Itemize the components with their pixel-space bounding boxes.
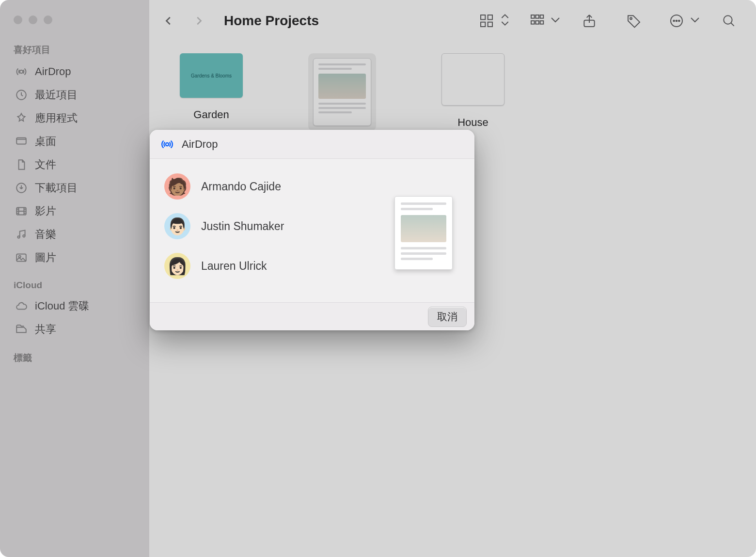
sheet-title: AirDrop bbox=[182, 138, 218, 151]
avatar: 👩🏻 bbox=[164, 253, 190, 279]
avatar: 🧑🏽 bbox=[164, 173, 190, 200]
airdrop-sheet: AirDrop 🧑🏽 Armando Cajide 👨🏻 Justin Shum… bbox=[150, 130, 474, 330]
airdrop-icon bbox=[159, 137, 175, 152]
share-preview bbox=[382, 169, 465, 297]
contact-name: Justin Shumaker bbox=[201, 220, 284, 233]
contact-name: Armando Cajide bbox=[201, 180, 281, 193]
sheet-footer: 取消 bbox=[150, 302, 474, 330]
avatar: 👨🏻 bbox=[164, 213, 190, 239]
sheet-body: 🧑🏽 Armando Cajide 👨🏻 Justin Shumaker 👩🏻 … bbox=[150, 159, 474, 302]
svg-point-26 bbox=[166, 142, 169, 145]
finder-window: 喜好項目 AirDrop 最近項目 應用程式 bbox=[0, 0, 756, 557]
airdrop-contacts-list: 🧑🏽 Armando Cajide 👨🏻 Justin Shumaker 👩🏻 … bbox=[164, 169, 382, 297]
sheet-header: AirDrop bbox=[150, 130, 474, 159]
cancel-button[interactable]: 取消 bbox=[428, 307, 467, 327]
contact-name: Lauren Ulrick bbox=[201, 260, 267, 273]
airdrop-contact[interactable]: 🧑🏽 Armando Cajide bbox=[164, 173, 382, 200]
airdrop-contact[interactable]: 👩🏻 Lauren Ulrick bbox=[164, 253, 382, 279]
airdrop-contact[interactable]: 👨🏻 Justin Shumaker bbox=[164, 213, 382, 239]
preview-thumbnail bbox=[394, 196, 453, 270]
